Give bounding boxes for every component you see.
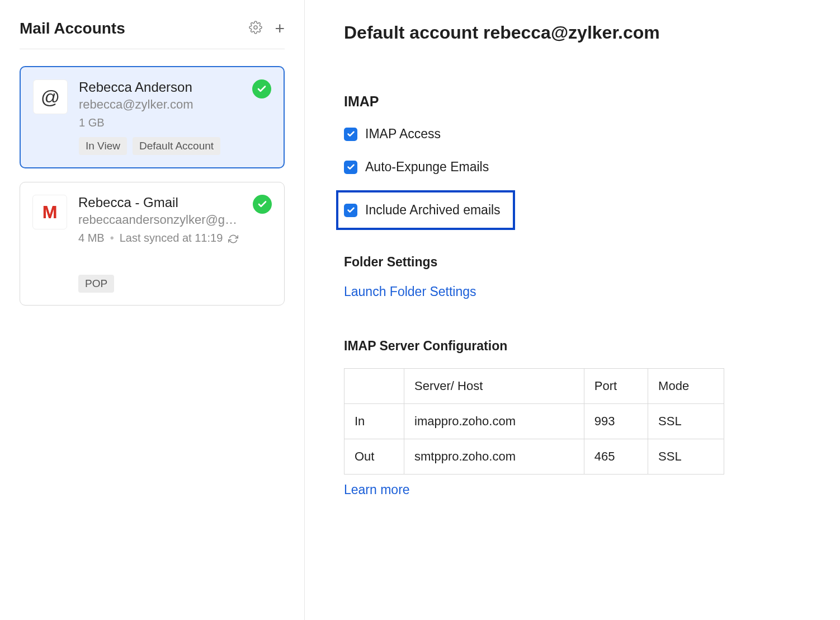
auto-expunge-row: Auto-Expunge Emails [344,159,801,175]
col-mode: Mode [648,369,724,404]
refresh-icon[interactable] [228,232,238,245]
include-archived-checkbox[interactable] [344,204,357,217]
cell-host: smtppro.zoho.com [404,439,584,475]
account-name: Rebecca - Gmail [78,195,242,210]
auto-expunge-label: Auto-Expunge Emails [365,159,489,175]
account-tags: POP [78,275,242,293]
table-header-row: Server/ Host Port Mode [345,369,724,404]
launch-folder-settings-link[interactable]: Launch Folder Settings [344,284,476,299]
sidebar-header: Mail Accounts + [20,20,285,49]
col-port: Port [584,369,648,404]
tag-pop: POP [78,275,114,293]
server-config-table: Server/ Host Port Mode In imappro.zoho.c… [344,368,724,475]
account-size: 4 MB [78,232,105,245]
account-body: Rebecca Anderson rebecca@zylker.com 1 GB… [79,79,241,155]
cell-port: 993 [584,404,648,439]
learn-more-link[interactable]: Learn more [344,482,410,497]
account-body: Rebecca - Gmail rebeccaandersonzylker@g…… [78,195,242,293]
auto-expunge-checkbox[interactable] [344,161,357,174]
sidebar-title: Mail Accounts [20,20,125,37]
imap-access-label: IMAP Access [365,126,441,142]
account-tags: In View Default Account [79,137,241,155]
cell-mode: SSL [648,404,724,439]
at-icon: @ [33,79,68,114]
include-archived-label: Include Archived emails [365,203,501,218]
account-last-synced: Last synced at 11:19 [120,232,223,245]
sidebar-header-icons: + [249,20,285,37]
imap-heading: IMAP [344,93,801,110]
account-name: Rebecca Anderson [79,79,241,95]
account-size: 1 GB [79,116,241,129]
folder-settings-heading: Folder Settings [344,255,801,270]
col-blank [345,369,404,404]
imap-access-checkbox[interactable] [344,128,357,141]
account-email: rebeccaandersonzylker@g… [78,213,242,227]
page-title: Default account rebecca@zylker.com [344,22,801,43]
gmail-icon: M [32,195,67,229]
gear-icon[interactable] [249,21,262,36]
account-card-rebecca-gmail[interactable]: M Rebecca - Gmail rebeccaandersonzylker@… [20,182,285,306]
plus-icon[interactable]: + [275,20,285,37]
cell-dir: Out [345,439,404,475]
imap-access-row: IMAP Access [344,126,801,142]
table-row: In imappro.zoho.com 993 SSL [345,404,724,439]
svg-point-0 [254,26,257,29]
account-meta: 4 MB • Last synced at 11:19 [78,232,242,245]
cell-port: 465 [584,439,648,475]
server-config-heading: IMAP Server Configuration [344,339,801,354]
cell-dir: In [345,404,404,439]
dot-separator: • [110,232,114,245]
sidebar: Mail Accounts + @ Rebecca Anderson rebec… [0,0,305,620]
tag-in-view: In View [79,137,127,155]
table-row: Out smtppro.zoho.com 465 SSL [345,439,724,475]
cell-host: imappro.zoho.com [404,404,584,439]
check-icon [253,195,272,214]
account-card-rebecca-zylker[interactable]: @ Rebecca Anderson rebecca@zylker.com 1 … [20,66,285,168]
include-archived-row: Include Archived emails [336,190,515,230]
col-host: Server/ Host [404,369,584,404]
account-email: rebecca@zylker.com [79,97,241,112]
cell-mode: SSL [648,439,724,475]
tag-default-account: Default Account [133,137,220,155]
main-panel: Default account rebecca@zylker.com IMAP … [305,0,840,620]
check-icon [252,79,271,98]
